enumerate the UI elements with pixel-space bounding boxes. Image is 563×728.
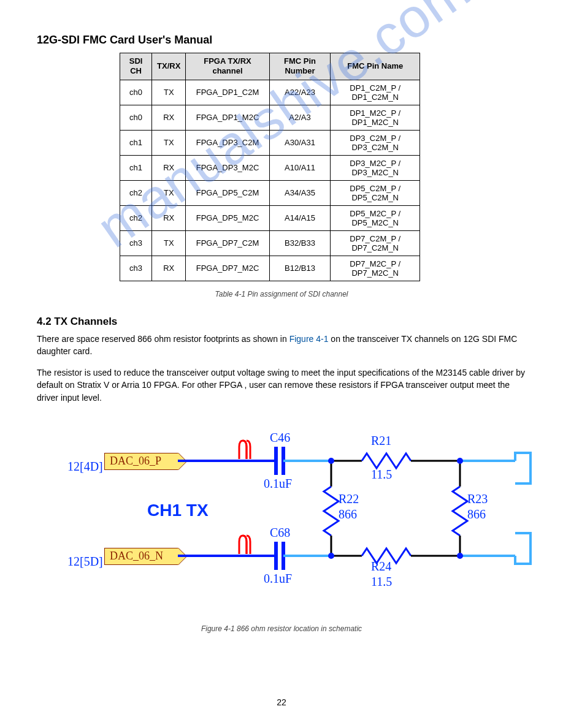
- body-paragraph-2: The resistor is used to reduce the trans…: [37, 366, 526, 404]
- page-title: 12G-SDI FMC Card User's Manual: [37, 34, 526, 47]
- table-cell: DP1_M2C_P / DP1_M2C_N: [331, 105, 420, 130]
- table-cell: ch1: [120, 155, 152, 180]
- svg-point-20: [328, 553, 334, 559]
- table-cell: DP3_C2M_P / DP3_C2M_N: [331, 130, 420, 155]
- table-cell: DP5_C2M_P / DP5_C2M_N: [331, 180, 420, 205]
- table-cell: B12/B13: [269, 256, 331, 281]
- table-cell: FPGA_DP1_M2C: [186, 105, 269, 130]
- value-c46: 0.1uF: [264, 477, 292, 490]
- refdes-r21: R21: [371, 434, 391, 447]
- table-row: ch2RXFPGA_DP5_M2CA14/A15DP5_M2C_P / DP5_…: [120, 205, 420, 230]
- table-cell: ch2: [120, 180, 152, 205]
- figure-caption: Figure 4-1 866 ohm resistor location in …: [37, 624, 526, 633]
- body-text: There are space reserved 866 ohm resisto…: [37, 334, 289, 344]
- value-r24: 11.5: [371, 575, 392, 588]
- table-cell: FPGA_DP7_C2M: [186, 230, 269, 256]
- table-cell: FPGA_DP5_C2M: [186, 180, 269, 205]
- col-sdi-ch: SDI CH: [120, 53, 152, 80]
- table-cell: A34/A35: [269, 180, 331, 205]
- table-cell: A14/A15: [269, 205, 331, 230]
- schematic-figure: 12[4D] DAC_06_P 12[5D] DAC_06_N CH1 TX: [67, 416, 546, 618]
- col-fpga: FPGA TX/RX channel: [186, 53, 269, 80]
- table-row: ch3TXFPGA_DP7_C2MB32/B33DP7_C2M_P / DP7_…: [120, 230, 420, 256]
- refdes-r22: R22: [339, 493, 359, 505]
- table-cell: A10/A11: [269, 155, 331, 180]
- table-row: ch3RXFPGA_DP7_M2CB12/B13DP7_M2C_P / DP7_…: [120, 256, 420, 281]
- table-row: ch0TXFPGA_DP1_C2MA22/A23DP1_C2M_P / DP1_…: [120, 80, 420, 105]
- table-cell: FPGA_DP3_C2M: [186, 130, 269, 155]
- table-cell: B32/B33: [269, 230, 331, 256]
- table-cell: ch2: [120, 205, 152, 230]
- pin-assignment-table: SDI CH TX/RX FPGA TX/RX channel FMC Pin …: [120, 53, 420, 281]
- table-cell: DP3_M2C_P / DP3_M2C_N: [331, 155, 420, 180]
- table-cell: DP7_M2C_P / DP7_M2C_N: [331, 256, 420, 281]
- col-fmcname: FMC Pin Name: [331, 53, 420, 80]
- table-cell: RX: [152, 155, 186, 180]
- svg-point-19: [457, 458, 463, 464]
- value-r21: 11.5: [371, 468, 392, 480]
- table-row: ch1RXFPGA_DP3_M2CA10/A11DP3_M2C_P / DP3_…: [120, 155, 420, 180]
- col-fmcpin: FMC Pin Number: [269, 53, 331, 80]
- table-cell: RX: [152, 256, 186, 281]
- refdes-c46: C46: [270, 431, 290, 444]
- col-txrx: TX/RX: [152, 53, 186, 80]
- table-cell: FPGA_DP3_M2C: [186, 155, 269, 180]
- table-cell: ch3: [120, 230, 152, 256]
- table-cell: A22/A23: [269, 80, 331, 105]
- body-paragraph-1: There are space reserved 866 ohm resisto…: [37, 333, 526, 358]
- table-cell: TX: [152, 130, 186, 155]
- table-cell: ch3: [120, 256, 152, 281]
- table-cell: DP7_C2M_P / DP7_C2M_N: [331, 230, 420, 256]
- page: 12G-SDI FMC Card User's Manual SDI CH TX…: [0, 0, 563, 728]
- value-c68: 0.1uF: [264, 572, 292, 585]
- value-r23: 866: [467, 508, 486, 520]
- table-cell: RX: [152, 105, 186, 130]
- section-heading: 4.2 TX Channels: [37, 316, 526, 328]
- table-row: ch1TXFPGA_DP3_C2MA30/A31DP3_C2M_P / DP3_…: [120, 130, 420, 155]
- table-cell: DP5_M2C_P / DP5_M2C_N: [331, 205, 420, 230]
- table-cell: DP1_C2M_P / DP1_C2M_N: [331, 80, 420, 105]
- table-cell: TX: [152, 230, 186, 256]
- table-cell: FPGA_DP1_C2M: [186, 80, 269, 105]
- refdes-r24: R24: [371, 560, 391, 572]
- svg-point-21: [457, 553, 463, 559]
- table-cell: FPGA_DP7_M2C: [186, 256, 269, 281]
- value-r22: 866: [339, 508, 357, 520]
- table-cell: ch0: [120, 105, 152, 130]
- table-cell: ch0: [120, 80, 152, 105]
- table-cell: TX: [152, 80, 186, 105]
- table-cell: ch1: [120, 130, 152, 155]
- table-cell: RX: [152, 205, 186, 230]
- table-row: ch0RXFPGA_DP1_M2CA2/A3DP1_M2C_P / DP1_M2…: [120, 105, 420, 130]
- table-cell: A2/A3: [269, 105, 331, 130]
- table-cell: FPGA_DP5_M2C: [186, 205, 269, 230]
- table-header-row: SDI CH TX/RX FPGA TX/RX channel FMC Pin …: [120, 53, 420, 80]
- table-caption: Table 4-1 Pin assignment of SDI channel: [37, 290, 526, 298]
- figure-reference: Figure 4-1: [289, 334, 329, 344]
- svg-point-18: [328, 458, 334, 464]
- refdes-c68: C68: [270, 526, 290, 539]
- table-row: ch2TXFPGA_DP5_C2MA34/A35DP5_C2M_P / DP5_…: [120, 180, 420, 205]
- table-cell: TX: [152, 180, 186, 205]
- page-number: 22: [0, 697, 563, 707]
- refdes-r23: R23: [467, 493, 488, 505]
- table-cell: A30/A31: [269, 130, 331, 155]
